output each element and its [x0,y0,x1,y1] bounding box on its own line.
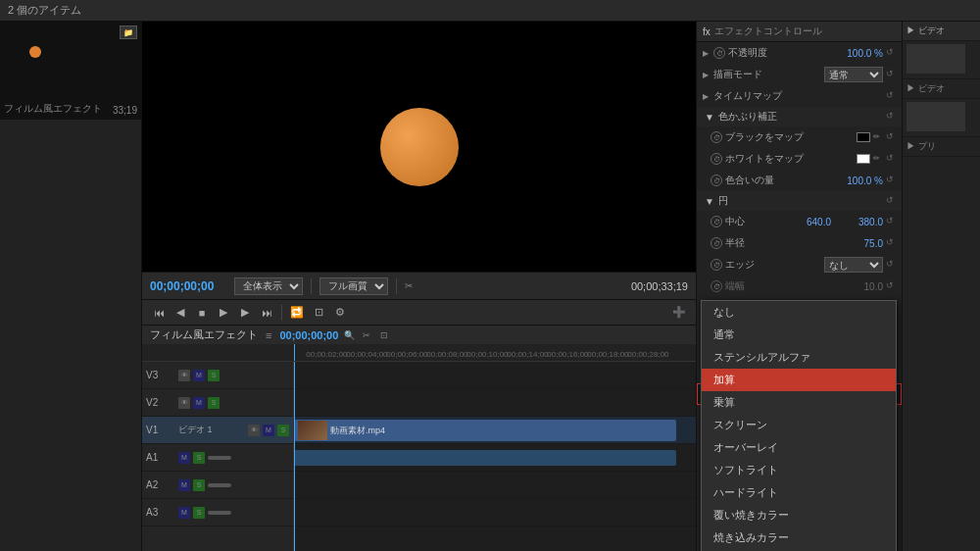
stop-button[interactable]: ■ [193,304,211,322]
dropdown-item-burn[interactable]: 焼き込みカラー [702,526,896,549]
track-v3-solo[interactable]: S [208,370,220,381]
timeremap-reset[interactable]: ↺ [886,90,898,102]
track-v1-solo[interactable]: S [277,425,289,436]
edgewidth-stopwatch[interactable]: ⏱ [710,280,722,292]
center-stopwatch[interactable]: ⏱ [710,216,722,227]
whitemap-label: ホワイトをマップ [725,152,854,166]
preview-controls: 00;00;00;00 全体表示 フル画質 ✂ 00;00;33;19 [142,272,696,299]
dropdown-item-screen[interactable]: スクリーン [702,414,896,436]
edge-stopwatch[interactable]: ⏱ [710,259,722,271]
blendmode-expand[interactable]: ▶ [701,70,710,79]
dropdown-item-stencil[interactable]: ステンシルアルファ [702,346,896,369]
blendmode-reset[interactable]: ↺ [886,69,898,80]
track-v2-solo[interactable]: S [208,397,220,409]
track-clip-a1[interactable] [294,450,676,466]
track-a1-solo[interactable]: S [193,452,205,464]
coloramount-reset[interactable]: ↺ [886,175,898,186]
track-a3-volume[interactable] [208,511,231,515]
track-a2-mute[interactable]: M [178,479,190,491]
edgewidth-value[interactable]: 10.0 [834,281,883,292]
add-marker-button[interactable]: ➕ [670,304,688,322]
blackmap-stopwatch[interactable]: ⏱ [710,131,722,143]
quality-dropdown[interactable]: フル画質 [319,277,388,295]
playhead [294,344,295,361]
blackmap-swatch[interactable] [857,132,870,142]
timeline-scissors-button[interactable]: ✂ [360,328,373,342]
track-clip-v1[interactable]: 動画素材.mp4 [294,420,676,441]
timeline-time-row: 00;00;02;00 00;00;04;00 00;00;06;00 00;0… [142,344,696,362]
step-fwd-button[interactable]: ▶ [236,304,254,322]
step-fwd-end-button[interactable]: ⏭ [258,304,275,322]
track-v3-name: V3 [146,370,175,380]
time-marker-5: 00;00;14;00 [507,350,548,359]
circle-reset[interactable]: ↺ [886,195,898,207]
timeline-search-button[interactable]: 🔍 [342,328,356,342]
edgewidth-label: 端幅 [725,279,831,293]
track-a3-mute[interactable]: M [178,507,190,519]
center-x[interactable]: 640.0 [782,217,831,227]
center-reset[interactable]: ↺ [886,216,898,227]
step-back-start-button[interactable]: ⏮ [150,304,168,322]
track-v2-toggle[interactable]: 👁 [178,397,190,409]
dropdown-item-hardlight[interactable]: ハードライト [702,481,896,504]
opacity-expand[interactable]: ▶ [701,48,710,58]
dropdown-item-overlay[interactable]: オーバーレイ [702,436,896,459]
dropdown-item-none[interactable]: なし [702,301,896,324]
track-a2-volume[interactable] [208,483,231,487]
track-a3-solo[interactable]: S [193,507,205,519]
track-row-a1: A1 M S [142,444,293,472]
right-panel-title: fx [703,26,710,37]
far-right-header: ▶ ビデオ [903,22,980,41]
color-correction-section[interactable]: ▼ 色かぶり補正 ↺ [697,107,902,126]
blackmap-pencil[interactable]: ✏ [873,132,883,142]
whitemap-swatch[interactable] [857,154,870,164]
timeline-snap-button[interactable]: ⊡ [377,328,391,342]
circle-section[interactable]: ▼ 円 ↺ [697,191,902,211]
track-a2-solo[interactable]: S [193,479,205,491]
track-v1-mute[interactable]: M [263,425,274,436]
edgewidth-reset[interactable]: ↺ [886,280,898,292]
safe-zone-button[interactable]: ⊡ [310,304,327,322]
whitemap-reset[interactable]: ↺ [886,153,898,165]
track-v1-toggle[interactable]: 👁 [248,425,260,436]
radius-reset[interactable]: ↺ [886,237,898,249]
center-y[interactable]: 380.0 [834,217,883,227]
track-labels: V3 👁 M S V2 👁 M S V1 ビデオ [142,362,294,551]
loop-button[interactable]: 🔁 [288,304,306,322]
whitemap-stopwatch[interactable]: ⏱ [710,153,722,165]
play-button[interactable]: ▶ [215,304,232,322]
dropdown-item-softlight[interactable]: ソフトライト [702,459,896,481]
coloramount-value[interactable]: 100.0 % [834,175,883,186]
dropdown-item-multiply[interactable]: 乗算 [702,391,896,414]
track-v3-mute[interactable]: M [193,370,205,381]
settings-button[interactable]: ⚙ [331,304,349,322]
track-a1-volume[interactable] [208,456,231,460]
edge-dropdown[interactable]: なし [824,257,883,273]
dropdown-item-normal[interactable]: 通常 [702,324,896,346]
whitemap-pencil[interactable]: ✏ [873,154,883,164]
opacity-stopwatch[interactable]: ⏱ [713,47,725,59]
edge-reset[interactable]: ↺ [886,259,898,271]
blendmode-dropdown[interactable]: 通常 [824,67,883,82]
opacity-value[interactable]: 100.0 % [834,48,883,59]
track-v2-name: V2 [146,397,175,408]
coloramount-stopwatch[interactable]: ⏱ [710,175,722,186]
opacity-reset[interactable]: ↺ [886,47,898,59]
dropdown-item-add[interactable]: 加算 [702,369,896,391]
track-a1-mute[interactable]: M [178,452,190,464]
track-content-v2 [294,389,696,417]
radius-value[interactable]: 75.0 [834,238,883,249]
track-v3-toggle[interactable]: 👁 [178,370,190,381]
divider [311,278,312,294]
track-content-v1: 動画素材.mp4 [294,417,696,444]
blackmap-reset[interactable]: ↺ [886,131,898,143]
timeremap-expand[interactable]: ▶ [701,91,710,101]
step-back-button[interactable]: ◀ [172,304,189,322]
dropdown-item-dodge[interactable]: 覆い焼きカラー [702,504,896,526]
far-right-video2: ▶ ビデオ [903,79,980,99]
color-correction-reset[interactable]: ↺ [886,111,898,123]
zoom-dropdown[interactable]: 全体表示 [234,277,303,295]
track-content-a3 [294,499,696,526]
radius-stopwatch[interactable]: ⏱ [710,237,722,249]
track-v2-mute[interactable]: M [193,397,205,409]
